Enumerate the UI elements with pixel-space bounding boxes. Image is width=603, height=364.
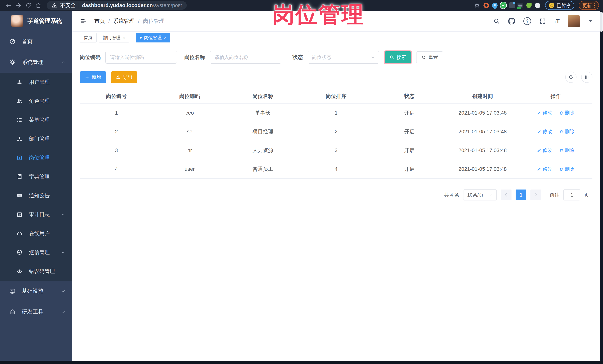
sidebar-item-audit-log[interactable]: 审计日志 <box>0 205 72 224</box>
delete-link[interactable]: 删除 <box>559 128 575 135</box>
back-icon[interactable] <box>4 1 13 10</box>
breadcrumb-system[interactable]: 系统管理 <box>113 17 135 25</box>
sidebar-item-posts[interactable]: 岗位管理 <box>0 148 72 167</box>
bookmark-star-icon[interactable] <box>473 1 481 10</box>
sidebar-item-dev-tools[interactable]: 研发工具 <box>0 301 72 322</box>
cell-operations: 修改 删除 <box>519 104 592 122</box>
extension-bird-icon[interactable] <box>534 2 541 9</box>
security-warning-icon <box>52 3 57 8</box>
reset-button[interactable]: 重置 <box>416 51 443 63</box>
edit-link[interactable]: 修改 <box>537 166 552 172</box>
forward-icon[interactable] <box>14 1 23 10</box>
tab-bar: 首页 部门管理 × 岗位管理 × <box>72 32 600 44</box>
avatar[interactable] <box>568 15 580 27</box>
extension-blue-pin-icon[interactable] <box>491 2 498 9</box>
goto-prefix: 前往 <box>550 192 559 198</box>
reload-icon[interactable] <box>24 1 33 10</box>
sidebar-item-menus[interactable]: 菜单管理 <box>0 110 72 129</box>
extension-server-icon[interactable] <box>517 2 524 9</box>
cell-id: 2 <box>80 122 153 141</box>
cell-code: ceo <box>153 104 226 122</box>
edit-link[interactable]: 修改 <box>537 110 552 116</box>
extension-orange-ring-icon[interactable] <box>483 2 490 9</box>
table-header-row: 岗位编号 岗位编码 岗位名称 岗位排序 状态 创建时间 操作 <box>80 89 592 104</box>
goto-suffix: 页 <box>584 192 589 198</box>
export-button[interactable]: 导出 <box>111 71 137 83</box>
sidebar-item-sms[interactable]: 短信管理 <box>0 243 72 262</box>
cell-name: 项目经理 <box>226 122 300 141</box>
help-icon[interactable]: ? <box>523 17 531 25</box>
goto-page-input[interactable] <box>563 189 580 200</box>
app-title: 芋道管理系统 <box>27 17 62 25</box>
cell-created: 2021-01-05 17:03:48 <box>446 160 519 178</box>
post-name-input[interactable] <box>210 51 281 64</box>
tab-home[interactable]: 首页 <box>80 33 96 43</box>
post-code-input[interactable] <box>105 51 177 64</box>
browser-menu-icon[interactable] <box>594 3 595 8</box>
delete-link[interactable]: 删除 <box>559 166 575 172</box>
sidebar-item-users[interactable]: 用户管理 <box>0 73 72 92</box>
search-button[interactable]: 搜索 <box>385 51 411 63</box>
sidebar-item-error-codes[interactable]: 错误码管理 <box>0 262 72 281</box>
cell-created: 2021-01-05 17:03:48 <box>446 141 519 160</box>
extension-grid-icon[interactable] <box>508 2 515 9</box>
refresh-table-button[interactable] <box>565 72 577 83</box>
sidebar-item-departments[interactable]: 部门管理 <box>0 129 72 148</box>
edit-link[interactable]: 修改 <box>537 128 552 135</box>
toolbar-row: 新增 导出 <box>80 71 592 83</box>
sidebar-item-dictionary[interactable]: 字典管理 <box>0 167 72 186</box>
add-button[interactable]: 新增 <box>80 71 106 83</box>
avatar-caret-icon[interactable] <box>589 20 592 22</box>
tab-posts-active[interactable]: 岗位管理 × <box>136 33 170 43</box>
home-icon[interactable] <box>34 1 43 10</box>
column-settings-button[interactable] <box>581 72 592 83</box>
sidebar-submenu-system: 用户管理 角色管理 菜单管理 部门管理 <box>0 73 72 281</box>
header-icons: ? тT <box>493 15 592 27</box>
sidebar-item-roles[interactable]: 角色管理 <box>0 92 72 110</box>
delete-link[interactable]: 删除 <box>559 110 575 116</box>
page-size-select[interactable]: 10条/页 <box>463 189 497 200</box>
edit-label: 修改 <box>543 110 552 116</box>
extension-green-check-icon[interactable] <box>500 2 507 9</box>
status-select[interactable]: 岗位状态 <box>308 51 379 64</box>
prev-page-button[interactable] <box>501 189 511 200</box>
sidebar-item-home[interactable]: 首页 <box>0 31 72 52</box>
post-name-label: 岗位名称 <box>184 54 205 61</box>
sidebar-logo-row[interactable]: 芋道管理系统 <box>0 11 72 31</box>
sidebar-collapse-icon[interactable] <box>80 18 87 25</box>
github-icon[interactable] <box>508 18 515 25</box>
page-1-button[interactable]: 1 <box>516 189 526 200</box>
scrollbar-thumb[interactable] <box>600 12 603 32</box>
tab-departments[interactable]: 部门管理 × <box>99 33 129 43</box>
font-size-icon[interactable]: тT <box>554 18 560 24</box>
shield-icon <box>16 249 23 255</box>
page-scrollbar[interactable] <box>600 11 603 361</box>
close-icon[interactable]: × <box>123 35 125 40</box>
update-button[interactable]: 更新 <box>579 1 599 10</box>
url-domain: dashboard.yudao.iocoder.cn <box>82 2 153 8</box>
book-icon <box>16 174 23 180</box>
edit-label: 修改 <box>543 128 552 135</box>
sidebar-item-online-users[interactable]: 在线用户 <box>0 224 72 243</box>
cell-status: 开启 <box>373 141 446 160</box>
sidebar-item-notices[interactable]: 通知公告 <box>0 186 72 205</box>
delete-label: 删除 <box>565 166 575 172</box>
pagination-total: 共 4 条 <box>444 192 459 198</box>
edit-link[interactable]: 修改 <box>537 147 552 154</box>
status-label: 状态 <box>292 54 303 61</box>
toolbox-icon <box>9 309 16 315</box>
extension-leaf-icon[interactable] <box>525 2 533 9</box>
sidebar-item-label: 短信管理 <box>29 249 50 256</box>
sidebar-item-system[interactable]: 系统管理 <box>0 52 72 73</box>
delete-link[interactable]: 删除 <box>559 147 575 154</box>
search-icon[interactable] <box>493 18 500 24</box>
fullscreen-icon[interactable] <box>539 18 546 24</box>
close-icon[interactable]: × <box>164 35 166 40</box>
paused-badge[interactable]: ☺ 已暂停 <box>545 1 574 10</box>
sidebar-item-label: 研发工具 <box>22 308 43 316</box>
breadcrumb-home[interactable]: 首页 <box>94 17 105 25</box>
cell-id: 4 <box>80 160 153 178</box>
address-bar[interactable]: 不安全 dashboard.yudao.iocoder.cn/system/po… <box>47 1 187 10</box>
sidebar-item-infrastructure[interactable]: 基础设施 <box>0 281 72 301</box>
next-page-button[interactable] <box>530 189 541 200</box>
